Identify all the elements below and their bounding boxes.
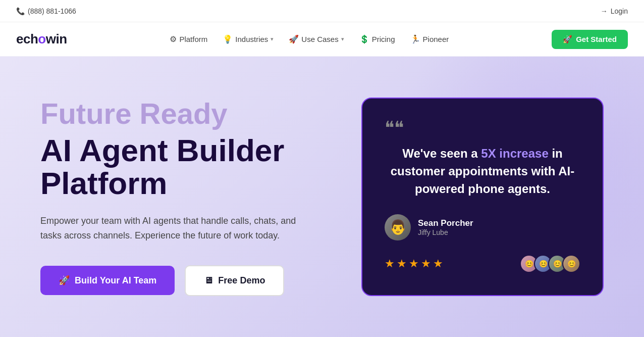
- build-team-rocket-icon: 🚀: [59, 275, 70, 286]
- star-3: ★: [409, 257, 419, 270]
- nav-pricing-label: Pricing: [372, 35, 395, 43]
- star-5: ★: [433, 257, 443, 270]
- star-2: ★: [397, 257, 407, 270]
- testimonial-highlight: 5X increase: [481, 147, 548, 160]
- pioneer-icon: 🏃: [410, 34, 420, 44]
- nav-item-platform[interactable]: ⚙ Platform: [164, 30, 213, 48]
- nav-item-pricing[interactable]: 💲 Pricing: [353, 30, 401, 48]
- nav-usecases-label: Use Cases: [301, 35, 338, 43]
- testimonial-card: ❝❝ We've seen a 5X increase in customer …: [361, 98, 604, 296]
- hero-description: Empower your team with AI agents that ha…: [40, 214, 313, 243]
- star-rating: ★ ★ ★ ★ ★: [385, 257, 443, 270]
- reviewer-avatar-4: 😊: [562, 255, 580, 273]
- testimonial-author: 👨 Sean Porcher Jiffy Lube: [385, 214, 580, 240]
- hero-left-content: Future Ready AI Agent Builder Platform E…: [40, 98, 361, 296]
- industries-chevron-icon: ▾: [271, 36, 274, 42]
- hero-title: AI Agent Builder Platform: [40, 134, 361, 200]
- login-label: Login: [611, 7, 628, 15]
- free-demo-label: Free Demo: [218, 275, 265, 286]
- hero-subtitle: Future Ready: [40, 98, 361, 130]
- author-info: Sean Porcher Jiffy Lube: [418, 218, 473, 236]
- reviewer-avatars: 😊 😊 😊 😊: [520, 255, 580, 273]
- navbar: echowin ⚙ Platform 💡 Industries ▾ 🚀 Use …: [0, 22, 644, 57]
- testimonial-footer: ★ ★ ★ ★ ★ 😊 😊 😊 😊: [385, 255, 580, 273]
- hero-section: Future Ready AI Agent Builder Platform E…: [0, 57, 644, 337]
- logo[interactable]: echowin: [16, 31, 67, 47]
- hero-right-content: ❝❝ We've seen a 5X increase in customer …: [361, 98, 604, 296]
- industries-icon: 💡: [223, 34, 233, 44]
- platform-icon: ⚙: [170, 34, 177, 44]
- build-team-label: Build Your AI Team: [75, 275, 156, 286]
- free-demo-button[interactable]: 🖥 Free Demo: [185, 265, 284, 296]
- get-started-rocket-icon: 🚀: [563, 35, 572, 44]
- nav-item-pioneer[interactable]: 🏃 Pioneer: [404, 30, 455, 48]
- author-avatar: 👨: [385, 214, 411, 240]
- hero-buttons: 🚀 Build Your AI Team 🖥 Free Demo: [40, 265, 361, 296]
- testimonial-text: We've seen a 5X increase in customer app…: [385, 145, 580, 198]
- nav-platform-label: Platform: [179, 35, 207, 43]
- login-link[interactable]: → Login: [601, 7, 628, 15]
- star-4: ★: [421, 257, 431, 270]
- star-1: ★: [385, 257, 395, 270]
- nav-pioneer-label: Pioneer: [423, 35, 449, 43]
- author-name: Sean Porcher: [418, 218, 473, 228]
- login-arrow-icon: →: [601, 7, 608, 15]
- build-team-button[interactable]: 🚀 Build Your AI Team: [40, 266, 175, 295]
- get-started-button[interactable]: 🚀 Get Started: [552, 30, 628, 49]
- phone-link[interactable]: 📞 (888) 881-1066: [16, 7, 76, 15]
- get-started-label: Get Started: [576, 35, 617, 43]
- pricing-icon: 💲: [359, 34, 369, 44]
- free-demo-monitor-icon: 🖥: [204, 275, 213, 286]
- phone-icon: 📞: [16, 7, 25, 15]
- usecases-icon: 🚀: [289, 34, 299, 44]
- author-company: Jiffy Lube: [418, 228, 473, 236]
- nav-item-industries[interactable]: 💡 Industries ▾: [217, 30, 280, 48]
- nav-links: ⚙ Platform 💡 Industries ▾ 🚀 Use Cases ▾ …: [164, 30, 455, 48]
- quote-mark: ❝❝: [385, 119, 580, 137]
- nav-industries-label: Industries: [235, 35, 268, 43]
- phone-number: (888) 881-1066: [28, 7, 76, 15]
- testimonial-text-part1: We've seen a: [402, 147, 481, 160]
- nav-item-usecases[interactable]: 🚀 Use Cases ▾: [283, 30, 350, 48]
- usecases-chevron-icon: ▾: [341, 36, 344, 42]
